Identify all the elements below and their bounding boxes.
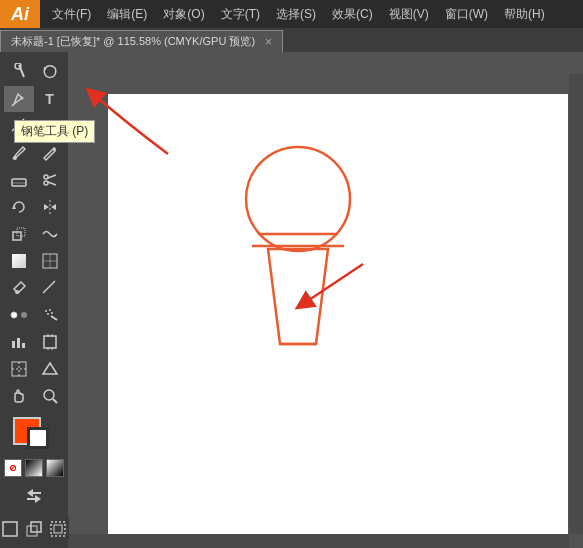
stroke-color-box[interactable] [27, 427, 49, 449]
canvas-area[interactable] [68, 74, 583, 548]
tool-scale[interactable] [4, 221, 34, 247]
color-mode-none[interactable]: ⊘ [4, 459, 22, 477]
svg-point-25 [15, 290, 19, 294]
svg-rect-9 [12, 179, 26, 186]
svg-rect-52 [54, 525, 62, 533]
tool-artboard[interactable] [35, 329, 65, 355]
right-scrollbar[interactable] [569, 74, 583, 534]
tool-row-slice [0, 356, 68, 382]
tool-warp[interactable] [35, 221, 65, 247]
tool-row-hand [0, 383, 68, 409]
svg-line-14 [48, 182, 56, 185]
tool-slice[interactable] [4, 356, 34, 382]
svg-marker-15 [12, 205, 16, 209]
tool-lasso[interactable] [35, 59, 65, 85]
svg-marker-17 [44, 204, 49, 210]
svg-rect-43 [12, 362, 26, 376]
svg-point-4 [20, 97, 23, 100]
tool-scissors[interactable] [35, 167, 65, 193]
tool-pencil[interactable] [35, 140, 65, 166]
tab-close-button[interactable]: × [265, 35, 272, 49]
tool-type[interactable]: T [35, 86, 65, 112]
tool-pen[interactable] [4, 86, 34, 112]
svg-rect-36 [17, 338, 20, 348]
svg-point-8 [13, 156, 17, 160]
tab-bar: 未标题-1 [已恢复]* @ 115.58% (CMYK/GPU 预览) × [0, 28, 583, 52]
svg-point-53 [246, 147, 350, 251]
tool-swap-colors[interactable] [19, 483, 49, 509]
tool-hand[interactable] [4, 383, 34, 409]
tool-symbol-spray[interactable] [35, 302, 65, 328]
menu-file[interactable]: 文件(F) [44, 0, 99, 28]
tool-row-eyedropper [0, 275, 68, 301]
svg-point-46 [44, 390, 54, 400]
tool-magic-wand[interactable] [4, 59, 34, 85]
tool-row-wand [0, 59, 68, 85]
pen-tool-tooltip: 钢笔工具 (P) [14, 120, 95, 143]
tool-row-rotate [0, 194, 68, 220]
menu-items: 文件(F) 编辑(E) 对象(O) 文字(T) 选择(S) 效果(C) 视图(V… [40, 0, 553, 28]
menu-window[interactable]: 窗口(W) [437, 0, 496, 28]
tool-eyedropper[interactable] [4, 275, 34, 301]
tool-row-eraser [0, 167, 68, 193]
svg-point-11 [44, 175, 48, 179]
svg-point-34 [51, 312, 53, 314]
tool-row-scale [0, 221, 68, 247]
svg-point-32 [49, 309, 51, 311]
svg-rect-38 [44, 336, 56, 348]
svg-point-33 [47, 313, 49, 315]
svg-point-30 [21, 312, 27, 318]
white-canvas [108, 94, 568, 534]
menu-edit[interactable]: 编辑(E) [99, 0, 155, 28]
tool-blend[interactable] [4, 302, 34, 328]
color-mode-solid[interactable] [25, 459, 43, 477]
tool-row-chart [0, 329, 68, 355]
menu-object[interactable]: 对象(O) [155, 0, 212, 28]
tool-draw-mode[interactable] [0, 518, 21, 540]
app-logo: Ai [0, 0, 40, 28]
arrow-to-mic-handle [253, 249, 383, 339]
color-mode-gradient[interactable] [46, 459, 64, 477]
bottom-scrollbar[interactable] [68, 534, 569, 548]
svg-marker-18 [51, 204, 56, 210]
tool-measure[interactable] [35, 275, 65, 301]
fill-stroke-indicator[interactable] [13, 417, 55, 455]
tool-zoom[interactable] [35, 383, 65, 409]
menu-select[interactable]: 选择(S) [268, 0, 324, 28]
svg-rect-49 [27, 526, 37, 536]
svg-line-5 [12, 104, 14, 106]
svg-point-29 [11, 312, 17, 318]
tool-row-swap [0, 483, 68, 509]
menu-help[interactable]: 帮助(H) [496, 0, 553, 28]
tool-row-brush [0, 140, 68, 166]
svg-rect-51 [51, 522, 65, 536]
tool-mesh[interactable] [35, 248, 65, 274]
tab-title: 未标题-1 [已恢复]* @ 115.58% (CMYK/GPU 预览) [11, 34, 255, 49]
menu-type[interactable]: 文字(T) [213, 0, 268, 28]
tool-draw-inside[interactable] [47, 518, 69, 540]
svg-rect-50 [31, 522, 41, 532]
svg-rect-48 [3, 522, 17, 536]
tool-row-blend [0, 302, 68, 328]
svg-point-31 [45, 310, 47, 312]
color-section: ⊘ [0, 417, 68, 548]
tool-reflect[interactable] [35, 194, 65, 220]
tool-row-pen: T [0, 86, 68, 112]
tool-eraser[interactable] [4, 167, 34, 193]
tool-perspective[interactable] [35, 356, 65, 382]
svg-point-12 [44, 181, 48, 185]
tool-paintbrush[interactable] [4, 140, 34, 166]
tool-row-gradient [0, 248, 68, 274]
menu-bar: Ai 文件(F) 编辑(E) 对象(O) 文字(T) 选择(S) 效果(C) 视… [0, 0, 583, 28]
active-tab[interactable]: 未标题-1 [已恢复]* @ 115.58% (CMYK/GPU 预览) × [0, 30, 283, 52]
tool-draw-behind[interactable] [23, 518, 45, 540]
svg-rect-21 [12, 254, 26, 268]
menu-effect[interactable]: 效果(C) [324, 0, 381, 28]
tool-column-graph[interactable] [4, 329, 34, 355]
svg-rect-35 [12, 341, 15, 348]
color-mode-row: ⊘ [4, 459, 64, 477]
menu-view[interactable]: 视图(V) [381, 0, 437, 28]
svg-line-47 [53, 399, 57, 403]
tool-rotate[interactable] [4, 194, 34, 220]
tool-gradient[interactable] [4, 248, 34, 274]
